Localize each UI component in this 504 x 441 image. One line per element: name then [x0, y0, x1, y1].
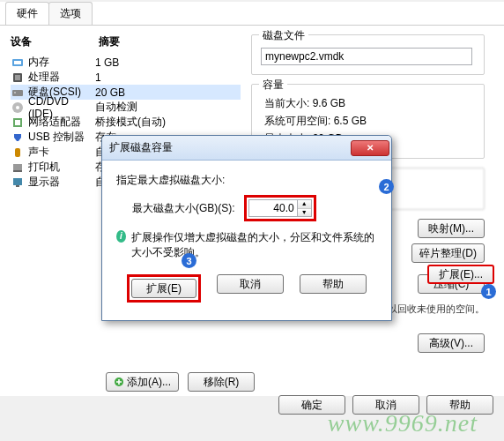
device-icon	[11, 71, 25, 85]
defrag-button[interactable]: 碎片整理(D)	[411, 243, 485, 263]
device-icon	[11, 176, 25, 190]
close-icon[interactable]: ✕	[351, 140, 389, 156]
watermark: www.9969.net	[328, 409, 478, 437]
device-name: 声卡	[28, 145, 49, 160]
svg-rect-3	[15, 75, 20, 80]
svg-rect-13	[13, 178, 22, 185]
device-summary: 桥接模式(自动)	[95, 115, 166, 130]
size-spinner[interactable]: ▲▼	[298, 199, 312, 217]
device-row[interactable]: 处理器1	[11, 70, 241, 85]
info-icon: i	[116, 230, 126, 243]
hw-add-remove: 添加(A)... 移除(R)	[106, 372, 255, 392]
svg-point-7	[16, 106, 19, 109]
tab-bar: 硬件 选项	[0, 2, 504, 26]
device-row[interactable]: 内存1 GB	[11, 55, 241, 70]
diskfile-input[interactable]	[261, 48, 472, 65]
capacity-title: 容量	[259, 78, 287, 93]
add-icon	[114, 377, 124, 387]
dialog-extend-button[interactable]: 扩展(E)	[131, 279, 196, 298]
badge-2: 2	[379, 179, 394, 194]
badge-1: 1	[481, 284, 496, 299]
svg-rect-10	[15, 148, 20, 157]
advanced-button[interactable]: 高级(V)...	[418, 333, 485, 353]
size-input[interactable]	[248, 199, 298, 217]
svg-rect-1	[14, 61, 21, 64]
device-icon	[11, 101, 25, 115]
device-icon	[11, 116, 25, 130]
device-row[interactable]: 网络适配器桥接模式(自动)	[11, 115, 241, 130]
col-summary: 摘要	[99, 34, 120, 49]
capacity-current: 当前大小: 9.6 GB	[264, 96, 471, 111]
extend-button[interactable]: 扩展(E)...	[427, 265, 494, 284]
dialog-info-text: 扩展操作仅增大虚拟磁盘的大小，分区和文件系统的大小不受影响。	[131, 230, 377, 260]
badge-3: 3	[182, 253, 196, 268]
tab-hardware[interactable]: 硬件	[5, 2, 49, 25]
add-hw-button[interactable]: 添加(A)...	[106, 372, 179, 392]
device-name: 网络适配器	[28, 115, 81, 130]
dialog-cancel-button[interactable]: 取消	[217, 274, 284, 294]
device-name: 内存	[28, 55, 49, 70]
map-button[interactable]: 映射(M)...	[418, 219, 485, 238]
device-icon	[11, 56, 25, 70]
extend-btn-highlight: 扩展(E)	[127, 274, 201, 303]
device-summary: 20 GB	[95, 86, 125, 99]
device-name: 打印机	[28, 160, 60, 175]
device-name: 显示器	[28, 175, 60, 190]
device-icon	[11, 161, 25, 175]
col-device: 设备	[11, 34, 99, 49]
svg-rect-14	[16, 185, 19, 187]
tab-options[interactable]: 选项	[48, 2, 93, 25]
svg-rect-12	[13, 170, 22, 172]
diskfile-title: 磁盘文件	[259, 28, 308, 43]
dialog-help-button[interactable]: 帮助	[300, 274, 367, 294]
size-input-highlight: ▲▼	[244, 195, 316, 221]
device-name: 处理器	[28, 70, 60, 85]
dialog-spec-label: 指定最大虚拟磁盘大小:	[116, 173, 377, 188]
dialog-titlebar[interactable]: 扩展磁盘容量 ✕	[102, 136, 391, 161]
dialog-title: 扩展磁盘容量	[109, 140, 351, 155]
device-summary: 自动检测	[95, 100, 137, 115]
diskfile-group: 磁盘文件	[251, 34, 485, 75]
extend-dialog: 扩展磁盘容量 ✕ 指定最大虚拟磁盘大小: 最大磁盘大小(GB)(S): ▲▼ i…	[101, 135, 392, 321]
svg-point-5	[14, 92, 16, 93]
svg-rect-9	[15, 120, 20, 125]
device-summary: 1 GB	[95, 56, 119, 69]
device-summary: 1	[95, 71, 101, 84]
remove-hw-button[interactable]: 移除(R)	[188, 372, 255, 392]
device-name: USB 控制器	[28, 130, 85, 145]
device-icon	[11, 131, 25, 145]
device-row[interactable]: CD/DVD (IDE)自动检测	[11, 100, 241, 115]
svg-rect-11	[13, 164, 22, 170]
device-icon	[11, 146, 25, 160]
capacity-free: 系统可用空间: 6.5 GB	[264, 114, 471, 129]
dialog-size-label: 最大磁盘大小(GB)(S):	[132, 201, 235, 216]
add-hw-label: 添加(A)...	[127, 375, 171, 390]
